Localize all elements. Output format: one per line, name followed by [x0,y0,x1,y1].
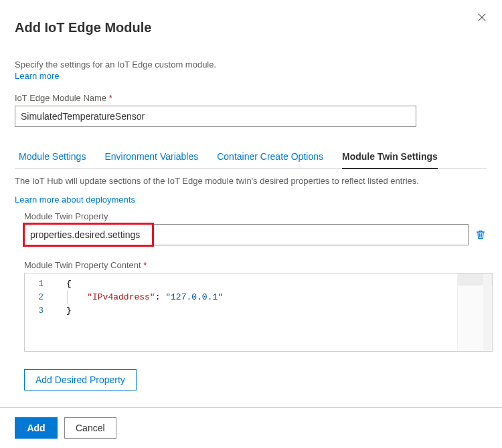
twin-property-label: Module Twin Property [24,211,487,221]
learn-more-link[interactable]: Learn more [15,71,59,81]
dialog-title: Add IoT Edge Module [15,20,487,35]
tabs: Module Settings Environment Variables Co… [15,146,487,169]
add-iot-edge-module-dialog: Add IoT Edge Module Specify the settings… [0,0,502,448]
module-name-input[interactable] [15,106,416,127]
intro-text: Specify the settings for an IoT Edge cus… [15,60,487,70]
tab-environment-variables[interactable]: Environment Variables [104,146,198,169]
twin-description: The IoT Hub will update sections of the … [15,176,487,186]
editor-scrollbar[interactable] [483,274,491,350]
cancel-button[interactable]: Cancel [64,417,116,439]
learn-more-deployments-link[interactable]: Learn more about deployments [15,195,135,205]
editor-code[interactable]: { "IPv4address": "127.0.0.1" } [50,273,483,351]
twin-content-editor[interactable]: 1 2 3 { "IPv4address": "127.0.0.1" } [24,273,493,352]
dialog-footer: Add Cancel [0,407,502,448]
trash-icon[interactable] [474,228,487,241]
close-icon[interactable] [474,9,490,25]
tab-module-twin-settings[interactable]: Module Twin Settings [342,146,438,169]
add-desired-property-button[interactable]: Add Desired Property [24,369,137,390]
editor-gutter: 1 2 3 [25,273,50,351]
tab-module-settings[interactable]: Module Settings [19,146,86,169]
twin-property-input[interactable] [24,224,469,245]
twin-content-label: Module Twin Property Content * [24,260,487,270]
module-name-label: IoT Edge Module Name * [15,93,487,103]
tab-container-create-options[interactable]: Container Create Options [217,146,323,169]
add-button[interactable]: Add [15,417,58,439]
